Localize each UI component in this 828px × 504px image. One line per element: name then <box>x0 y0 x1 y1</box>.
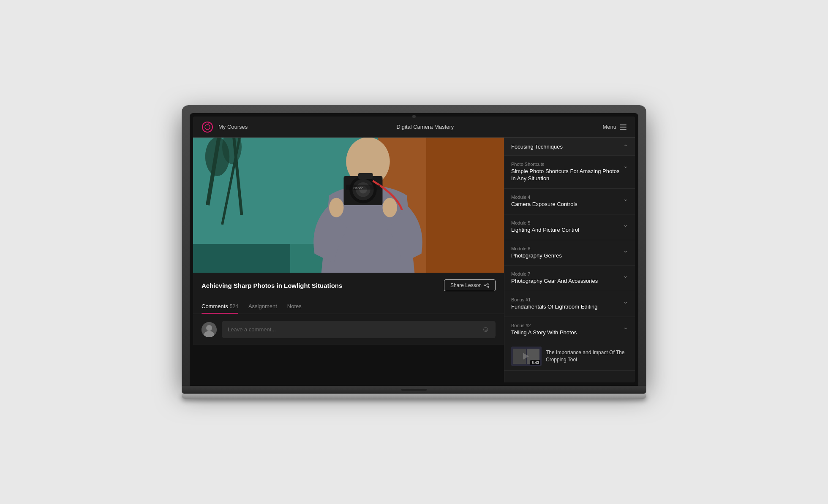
module-7-header[interactable]: Module 7 Photography Gear And Accessorie… <box>504 266 635 291</box>
svg-text:Canon: Canon <box>354 186 364 190</box>
video-container[interactable]: Canon <box>193 138 504 273</box>
course-title: Digital Camera Mastery <box>397 124 454 130</box>
share-icon <box>484 283 489 288</box>
module-7-label: Module 7 <box>511 271 623 276</box>
module-6-chevron: ⌄ <box>623 247 628 254</box>
module-6-title: Photography Genres <box>511 252 623 260</box>
app-logo-icon[interactable] <box>202 121 213 133</box>
module-4-chevron: ⌄ <box>623 195 628 202</box>
module-7: Module 7 Photography Gear And Accessorie… <box>504 266 635 291</box>
module-7-chevron: ⌄ <box>623 272 628 279</box>
module-6: Module 6 Photography Genres ⌄ <box>504 240 635 266</box>
tab-comments[interactable]: Comments524 <box>202 303 238 314</box>
right-sidebar: Focusing Techniques ⌃ Photo Shortcuts Si… <box>504 138 635 382</box>
hamburger-icon <box>620 125 626 130</box>
module-4-title: Camera Exposure Controls <box>511 201 623 208</box>
user-avatar <box>202 322 217 337</box>
sidebar-video-thumbnail: 8:43 <box>511 347 542 366</box>
module-4-header[interactable]: Module 4 Camera Exposure Controls ⌄ <box>504 189 635 214</box>
screen-bezel: My Courses Digital Camera Mastery Menu <box>190 113 638 386</box>
menu-button[interactable]: Menu <box>602 124 626 130</box>
sidebar-video-item[interactable]: 8:43 The Importance and Impact Of The Cr… <box>504 342 635 370</box>
tab-notes[interactable]: Notes <box>287 303 302 314</box>
svg-point-1 <box>205 125 210 130</box>
photo-shortcuts-chevron: ⌄ <box>623 163 628 169</box>
share-lesson-button[interactable]: Share Lesson <box>444 279 496 291</box>
svg-point-28 <box>488 283 489 285</box>
video-title: Achieving Sharp Photos in Lowlight Situa… <box>202 282 342 289</box>
bonus-2-chevron: ⌄ <box>623 324 628 331</box>
bonus-1: Bonus #1 Fundamentals Of Lightroom Editi… <box>504 291 635 317</box>
svg-point-34 <box>206 325 212 331</box>
svg-rect-3 <box>620 125 626 125</box>
svg-point-30 <box>485 285 486 286</box>
laptop-bottom <box>182 386 646 394</box>
top-nav: My Courses Digital Camera Mastery Menu <box>193 117 635 138</box>
svg-point-0 <box>202 122 212 132</box>
module-photo-shortcuts: Photo Shortcuts Simple Photo Shortcuts F… <box>504 156 635 189</box>
video-thumbnail: Canon <box>193 138 504 273</box>
photo-shortcuts-title: Simple Photo Shortcuts For Amazing Photo… <box>511 168 623 182</box>
thumb-duration: 8:43 <box>530 360 540 365</box>
main-content: Canon Achieving Sharp Photos in Lowlight… <box>193 138 635 382</box>
module-6-label: Module 6 <box>511 246 623 251</box>
focusing-techniques-chevron-up: ⌃ <box>623 144 628 150</box>
svg-rect-4 <box>620 127 626 127</box>
laptop-notch <box>401 389 427 391</box>
tab-assignment[interactable]: Assignment <box>248 303 277 314</box>
nav-left: My Courses <box>202 121 248 133</box>
module-5-header[interactable]: Module 5 Lighting And Picture Control ⌄ <box>504 214 635 240</box>
svg-line-32 <box>485 286 488 287</box>
my-courses-link[interactable]: My Courses <box>218 124 248 130</box>
screen: My Courses Digital Camera Mastery Menu <box>193 117 635 382</box>
photo-shortcuts-header[interactable]: Photo Shortcuts Simple Photo Shortcuts F… <box>504 156 635 188</box>
bonus-2-title: Telling A Story With Photos <box>511 329 623 336</box>
focusing-techniques-label: Focusing Techniques <box>511 144 563 150</box>
photo-shortcuts-label: Photo Shortcuts <box>511 162 623 167</box>
bonus-1-label: Bonus #1 <box>511 297 623 302</box>
laptop-body: My Courses Digital Camera Mastery Menu <box>182 105 646 386</box>
svg-line-31 <box>485 284 488 285</box>
comment-input[interactable]: Leave a comment... ☺ <box>222 321 496 338</box>
tabs-bar: Comments524 Assignment Notes <box>193 298 504 314</box>
module-7-title: Photography Gear And Accessories <box>511 278 623 285</box>
bonus-2-label: Bonus #2 <box>511 323 623 328</box>
module-4-label: Module 4 <box>511 195 623 200</box>
bonus-2-header[interactable]: Bonus #2 Telling A Story With Photos ⌄ <box>504 317 635 342</box>
laptop-frame: My Courses Digital Camera Mastery Menu <box>182 105 646 399</box>
module-5-label: Module 5 <box>511 220 623 225</box>
laptop-base <box>182 394 646 399</box>
module-4: Module 4 Camera Exposure Controls ⌄ <box>504 189 635 214</box>
module-5: Module 5 Lighting And Picture Control ⌄ <box>504 214 635 240</box>
svg-point-24 <box>329 198 344 217</box>
emoji-icon[interactable]: ☺ <box>482 325 490 334</box>
module-5-chevron: ⌄ <box>623 221 628 228</box>
video-panel: Canon Achieving Sharp Photos in Lowlight… <box>193 138 504 382</box>
bonus-1-chevron: ⌄ <box>623 298 628 305</box>
bonus-1-header[interactable]: Bonus #1 Fundamentals Of Lightroom Editi… <box>504 291 635 317</box>
sidebar-video-title: The Importance and Impact Of The Croppin… <box>546 349 628 363</box>
module-6-header[interactable]: Module 6 Photography Genres ⌄ <box>504 240 635 266</box>
svg-rect-23 <box>358 173 373 179</box>
module-5-title: Lighting And Picture Control <box>511 227 623 234</box>
comment-area: Leave a comment... ☺ <box>193 314 504 345</box>
svg-point-29 <box>488 287 489 288</box>
svg-rect-5 <box>620 129 626 130</box>
svg-point-25 <box>383 198 398 217</box>
focusing-techniques-header[interactable]: Focusing Techniques ⌃ <box>504 138 635 156</box>
bonus-2: Bonus #2 Telling A Story With Photos ⌄ <box>504 317 635 371</box>
bonus-1-title: Fundamentals Of Lightroom Editing <box>511 303 623 311</box>
video-info-bar: Achieving Sharp Photos in Lowlight Situa… <box>193 273 504 298</box>
